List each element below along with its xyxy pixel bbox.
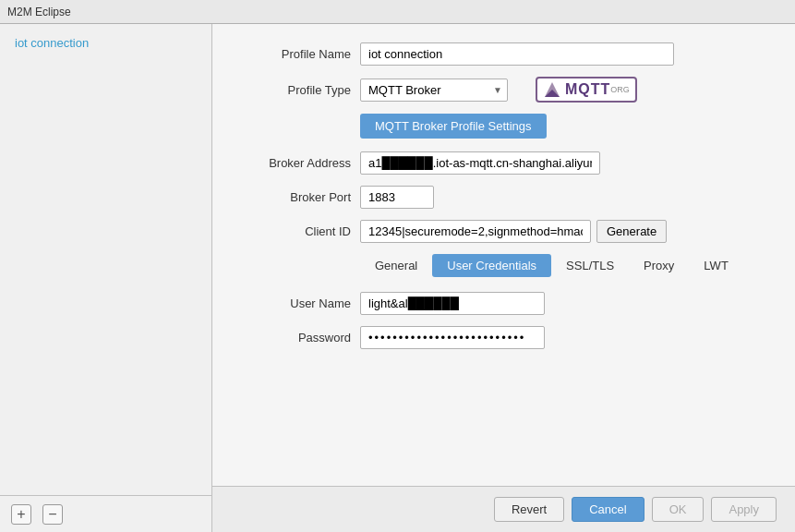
tab-lwt[interactable]: LWT (689, 254, 742, 277)
tabs-row: General User Credentials SSL/TLS Proxy L… (360, 254, 767, 277)
sidebar: iot connection + − (0, 24, 212, 532)
tab-content-user-credentials: User Name Password (240, 292, 767, 349)
tab-general[interactable]: General (360, 254, 432, 277)
profile-type-label: Profile Type (240, 83, 360, 97)
profile-type-select-wrapper: MQTT Broker ▼ (360, 79, 508, 102)
mqtt-logo-text: MQTT (565, 81, 610, 98)
broker-port-row: Broker Port (240, 186, 767, 209)
profile-name-row: Profile Name (240, 42, 767, 66)
tab-user-credentials[interactable]: User Credentials (432, 254, 551, 277)
client-id-label: Client ID (240, 224, 360, 238)
cancel-button[interactable]: Cancel (572, 497, 644, 522)
client-id-row: Client ID Generate (240, 220, 767, 243)
mqtt-logo-svg-icon (543, 80, 561, 99)
broker-address-row: Broker Address (240, 151, 767, 175)
mqtt-logo-box: MQTT ORG (536, 77, 637, 103)
password-row: Password (240, 326, 767, 349)
footer-bar: Revert Cancel OK Apply (212, 486, 795, 532)
client-id-input[interactable] (360, 220, 591, 243)
mqtt-broker-profile-settings-label: MQTT Broker Profile Settings (360, 114, 547, 139)
main-layout: iot connection + − Profile Name Profile … (0, 24, 795, 532)
profile-type-select[interactable]: MQTT Broker (360, 79, 508, 102)
profile-name-input[interactable] (360, 42, 674, 66)
title-bar: M2M Eclipse (0, 0, 795, 24)
broker-address-label: Broker Address (240, 156, 360, 170)
broker-address-input[interactable] (360, 151, 600, 175)
user-name-label: User Name (240, 296, 360, 310)
mqtt-logo-sup: ORG (610, 85, 630, 94)
profile-type-container: MQTT Broker ▼ MQTT ORG (360, 77, 637, 103)
password-label: Password (240, 331, 360, 345)
main-content: Profile Name Profile Type MQTT Broker ▼ (212, 24, 795, 532)
section-header: MQTT Broker Profile Settings (240, 114, 767, 151)
tab-proxy[interactable]: Proxy (629, 254, 689, 277)
revert-button[interactable]: Revert (494, 497, 564, 522)
broker-port-label: Broker Port (240, 190, 360, 204)
ok-button[interactable]: OK (652, 497, 705, 522)
title-text: M2M Eclipse (7, 6, 71, 18)
sidebar-item-iot-connection[interactable]: iot connection (0, 31, 211, 54)
broker-port-input[interactable] (360, 186, 434, 209)
user-name-row: User Name (240, 292, 767, 315)
sidebar-content: iot connection (0, 24, 211, 495)
sidebar-footer: + − (0, 495, 211, 532)
password-input[interactable] (360, 326, 545, 349)
generate-button[interactable]: Generate (596, 220, 667, 243)
profile-type-row: Profile Type MQTT Broker ▼ (240, 77, 767, 103)
profile-name-label: Profile Name (240, 47, 360, 61)
tab-ssl-tls[interactable]: SSL/TLS (551, 254, 629, 277)
remove-connection-button[interactable]: − (42, 504, 63, 525)
add-connection-button[interactable]: + (11, 504, 31, 525)
apply-button[interactable]: Apply (711, 497, 777, 522)
mqtt-logo: MQTT ORG (536, 77, 637, 103)
user-name-input[interactable] (360, 292, 545, 315)
form-area: Profile Name Profile Type MQTT Broker ▼ (212, 24, 795, 486)
